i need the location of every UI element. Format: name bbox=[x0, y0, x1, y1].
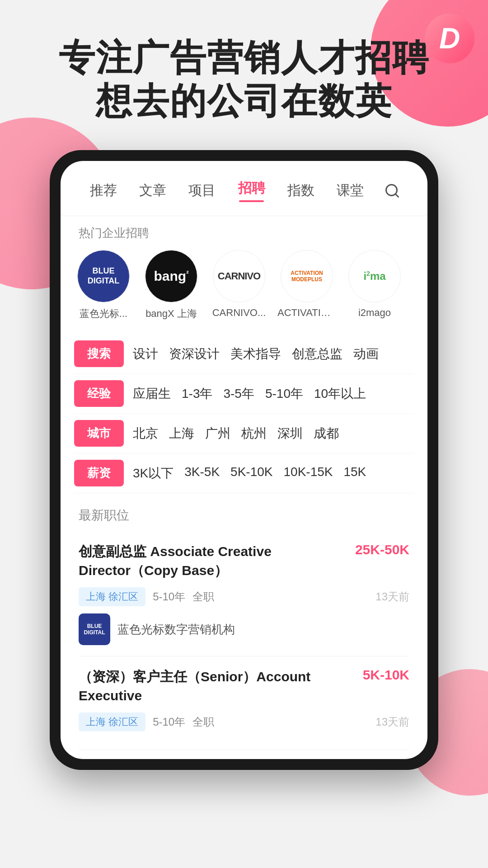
filter-option-3k-5k[interactable]: 3K-5K bbox=[184, 465, 220, 482]
hot-companies-label: 热门企业招聘 bbox=[61, 216, 427, 245]
filter-option-beijing[interactable]: 北京 bbox=[133, 425, 158, 442]
filter-row-search: 搜索 设计 资深设计 美术指导 创意总监 动画 bbox=[74, 334, 414, 374]
company-logo-text-1: BLUEDIGITAL bbox=[82, 621, 107, 638]
company-item-carnivo[interactable]: CARNIVO CARNIVO... bbox=[210, 250, 268, 321]
filter-option-senior-design[interactable]: 资深设计 bbox=[169, 345, 220, 363]
app-logo[interactable]: D bbox=[425, 14, 474, 63]
phone-frame: 推荐 文章 项目 招聘 指数 课堂 热门企业招聘 bbox=[50, 150, 438, 770]
job-location-2: 上海 徐汇区 bbox=[79, 712, 145, 731]
filter-options-experience: 应届生 1-3年 3-5年 5-10年 10年以上 bbox=[133, 385, 414, 402]
filter-option-10k-15k[interactable]: 10K-15K bbox=[283, 465, 333, 482]
nav-bar: 推荐 文章 项目 招聘 指数 课堂 bbox=[61, 161, 427, 216]
job-type-2: 全职 bbox=[192, 715, 214, 729]
company-name-bluedigital: 蓝色光标... bbox=[80, 307, 127, 321]
job-location-1: 上海 徐汇区 bbox=[79, 587, 145, 606]
filter-option-5k-10k[interactable]: 5K-10K bbox=[230, 465, 272, 482]
phone-mockup: 推荐 文章 项目 招聘 指数 课堂 热门企业招聘 bbox=[50, 150, 438, 770]
filter-section: 搜索 设计 资深设计 美术指导 创意总监 动画 经验 应届生 1-3年 bbox=[61, 330, 427, 498]
filter-options-search: 设计 资深设计 美术指导 创意总监 动画 bbox=[133, 345, 414, 363]
filter-option-shenzhen[interactable]: 深圳 bbox=[277, 425, 303, 442]
company-name-i2mago: i2mago bbox=[358, 307, 391, 319]
nav-item-course[interactable]: 课堂 bbox=[326, 177, 375, 204]
filter-row-experience: 经验 应届生 1-3年 3-5年 5-10年 10年以上 bbox=[74, 374, 414, 414]
nav-item-project[interactable]: 项目 bbox=[178, 177, 227, 204]
job-company-logo-1: BLUEDIGITAL bbox=[79, 613, 110, 645]
company-logo-bangx: bang² bbox=[145, 250, 197, 302]
company-logos-row: BLUEDIGITAL 蓝色光标... bang² bangX 上海 CARNI… bbox=[61, 245, 427, 330]
job-card-2[interactable]: （资深）客户主任（Senior）Account Executive 5K-10K… bbox=[79, 656, 409, 750]
phone-screen: 推荐 文章 项目 招聘 指数 课堂 热门企业招聘 bbox=[61, 161, 427, 759]
filter-option-10plus[interactable]: 10年以上 bbox=[314, 385, 366, 402]
filter-options-salary: 3K以下 3K-5K 5K-10K 10K-15K 15K bbox=[133, 465, 414, 482]
job-salary-1: 25K-50K bbox=[355, 542, 409, 557]
filter-row-salary: 薪资 3K以下 3K-5K 5K-10K 10K-15K 15K bbox=[74, 453, 414, 493]
job-time-1: 13天前 bbox=[375, 590, 409, 604]
filter-option-1-3[interactable]: 1-3年 bbox=[182, 385, 212, 402]
filter-option-design[interactable]: 设计 bbox=[133, 345, 158, 363]
company-item-i2mago[interactable]: i2ma i2mago bbox=[345, 250, 404, 321]
filter-option-creative-director[interactable]: 创意总监 bbox=[292, 345, 343, 363]
search-icon bbox=[384, 183, 400, 199]
job-company-name-1: 蓝色光标数字营销机构 bbox=[117, 622, 235, 637]
filter-option-3k-below[interactable]: 3K以下 bbox=[133, 465, 174, 482]
company-logo-bluedigital: BLUEDIGITAL bbox=[77, 250, 130, 302]
job-card-2-top: （资深）客户主任（Senior）Account Executive 5K-10K bbox=[79, 667, 409, 705]
job-company-row-1: BLUEDIGITAL 蓝色光标数字营销机构 bbox=[79, 613, 409, 645]
job-meta-2: 上海 徐汇区 5-10年 全职 13天前 bbox=[79, 712, 409, 731]
job-meta-1: 上海 徐汇区 5-10年 全职 13天前 bbox=[79, 587, 409, 606]
job-title-2: （资深）客户主任（Senior）Account Executive bbox=[79, 667, 314, 705]
filter-option-guangzhou[interactable]: 广州 bbox=[205, 425, 230, 442]
filter-tag-experience[interactable]: 经验 bbox=[74, 380, 124, 407]
filter-row-city: 城市 北京 上海 广州 杭州 深圳 成都 bbox=[74, 414, 414, 453]
filter-tag-city[interactable]: 城市 bbox=[74, 420, 124, 447]
company-name-bangx: bangX 上海 bbox=[145, 307, 197, 321]
nav-item-article[interactable]: 文章 bbox=[128, 177, 177, 204]
filter-option-art-director[interactable]: 美术指导 bbox=[230, 345, 281, 363]
company-logo-activation: ACTIVATIONMODEPLUS bbox=[281, 250, 333, 302]
jobs-section-title: 最新职位 bbox=[79, 507, 409, 524]
company-name-activation: ACTIVATIO... bbox=[277, 307, 336, 319]
hero-title-line1: 专注广告营销人才招聘 bbox=[27, 36, 461, 80]
job-card-1[interactable]: 创意副总监 Associate Creative Director（Copy B… bbox=[79, 531, 409, 656]
jobs-section: 最新职位 创意副总监 Associate Creative Director（C… bbox=[61, 498, 427, 759]
filter-option-fresh[interactable]: 应届生 bbox=[133, 385, 171, 402]
hero-section: 专注广告营销人才招聘 想去的公司在数英 bbox=[0, 0, 488, 123]
hero-title: 专注广告营销人才招聘 想去的公司在数英 bbox=[27, 36, 461, 123]
filter-tag-search[interactable]: 搜索 bbox=[74, 340, 124, 367]
filter-option-shanghai[interactable]: 上海 bbox=[169, 425, 194, 442]
company-item-bangx[interactable]: bang² bangX 上海 bbox=[142, 250, 201, 321]
company-logo-carnivo: CARNIVO bbox=[213, 250, 265, 302]
filter-option-animation[interactable]: 动画 bbox=[353, 345, 379, 363]
job-experience-2: 5-10年 bbox=[153, 715, 185, 729]
company-name-carnivo: CARNIVO... bbox=[212, 307, 266, 319]
search-icon-button[interactable] bbox=[375, 178, 409, 203]
company-logo-i2mago: i2ma bbox=[348, 250, 401, 302]
job-salary-2: 5K-10K bbox=[363, 667, 409, 683]
filter-option-15k[interactable]: 15K bbox=[343, 465, 366, 482]
company-item-bluedigital[interactable]: BLUEDIGITAL 蓝色光标... bbox=[74, 250, 133, 321]
nav-item-recommend[interactable]: 推荐 bbox=[79, 177, 128, 204]
filter-option-5-10[interactable]: 5-10年 bbox=[265, 385, 303, 402]
hero-title-line2: 想去的公司在数英 bbox=[27, 80, 461, 123]
filter-option-hangzhou[interactable]: 杭州 bbox=[241, 425, 267, 442]
job-type-1: 全职 bbox=[192, 590, 214, 604]
svg-line-1 bbox=[395, 193, 399, 197]
company-item-activation[interactable]: ACTIVATIONMODEPLUS ACTIVATIO... bbox=[277, 250, 336, 321]
app-logo-letter: D bbox=[439, 22, 460, 55]
filter-option-chengdu[interactable]: 成都 bbox=[314, 425, 339, 442]
nav-item-index[interactable]: 指数 bbox=[276, 177, 325, 204]
nav-item-jobs[interactable]: 招聘 bbox=[227, 175, 276, 207]
job-time-2: 13天前 bbox=[375, 715, 409, 729]
job-experience-1: 5-10年 bbox=[153, 590, 185, 604]
filter-tag-salary[interactable]: 薪资 bbox=[74, 460, 124, 486]
filter-options-city: 北京 上海 广州 杭州 深圳 成都 bbox=[133, 425, 414, 442]
filter-option-3-5[interactable]: 3-5年 bbox=[223, 385, 254, 402]
job-card-1-top: 创意副总监 Associate Creative Director（Copy B… bbox=[79, 542, 409, 580]
job-title-1: 创意副总监 Associate Creative Director（Copy B… bbox=[79, 542, 314, 580]
